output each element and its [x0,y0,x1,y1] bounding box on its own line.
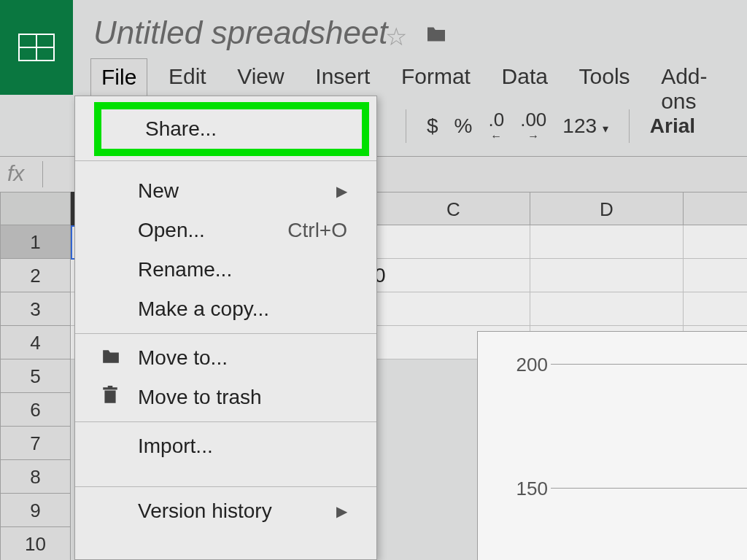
folder-icon[interactable] [425,22,447,49]
fx-separator [42,161,43,187]
chevron-right-icon: ▶ [336,182,347,200]
file-menu-open[interactable]: Open... Ctrl+O [75,211,376,250]
row-header-3[interactable]: 3 [0,292,71,326]
file-menu-rename[interactable]: Rename... [75,250,376,289]
font-family-selector[interactable]: Arial [650,114,695,138]
app-logo[interactable] [0,0,73,95]
row-header-1[interactable]: 1 [0,225,71,259]
chevron-down-icon: ▾ [603,122,608,135]
menu-separator [75,333,376,334]
column-header-c[interactable]: C [377,192,530,225]
row-headers-col: 1 2 3 4 5 6 7 8 9 10 [0,225,71,560]
embedded-chart[interactable]: 200 150 [477,331,747,560]
row-header-7[interactable]: 7 [0,427,71,460]
row-header-4[interactable]: 4 [0,326,71,359]
row-header-2[interactable]: 2 [0,259,71,292]
file-menu-dropdown: Share... New ▶ Open... Ctrl+O Rename... … [74,96,377,560]
row-header-10[interactable]: 10 [0,527,71,560]
cell-e3[interactable] [684,292,747,326]
menu-separator [75,486,376,487]
file-menu-move-to-trash[interactable]: Move to trash [75,378,376,417]
fx-label: fx [7,161,24,186]
chart-plot-area [551,354,747,560]
trash-icon [101,386,119,410]
shortcut-label: Ctrl+O [287,219,347,242]
row-header-9[interactable]: 9 [0,494,71,527]
select-all-cell[interactable] [0,192,71,225]
toolbar-separator [629,109,630,143]
file-menu-move-to[interactable]: Move to... [75,338,376,378]
cell-c3[interactable] [377,292,530,326]
cell-c2[interactable] [377,259,530,292]
increase-decimal-button[interactable]: .00 → [520,110,546,142]
file-menu-make-copy[interactable]: Make a copy... [75,289,376,329]
row-header-8[interactable]: 8 [0,460,71,494]
chart-ytick-150: 150 [513,478,548,500]
file-menu-import[interactable]: Import... [75,427,376,466]
column-header-d[interactable]: D [530,192,684,225]
chart-ytick-200: 200 [513,354,548,376]
folder-icon [101,346,120,370]
chevron-right-icon: ▶ [336,502,347,520]
menu-separator [75,160,376,161]
file-menu-new[interactable]: New ▶ [75,171,376,211]
decrease-decimal-button[interactable]: .0 ← [488,110,504,142]
cell-c1[interactable] [377,225,530,259]
file-menu-share[interactable]: Share... [101,109,362,149]
menu-separator [75,421,376,422]
row-header-5[interactable]: 5 [0,359,71,393]
number-format-button[interactable]: 123 ▾ [562,114,608,138]
share-highlight-frame: Share... [94,102,369,156]
sheets-icon [18,34,55,61]
file-menu-version-history[interactable]: Version history ▶ [75,491,376,531]
row-header-6[interactable]: 6 [0,393,71,427]
cell-d1[interactable] [530,225,684,259]
cell-d2[interactable] [530,259,684,292]
currency-button[interactable]: $ [427,114,438,138]
star-icon[interactable]: ☆ [385,22,407,51]
toolbar-separator [406,109,406,143]
cell-e1[interactable] [684,225,747,259]
document-title[interactable]: Untitled spreadsheet [93,15,388,51]
cell-d3[interactable] [530,292,684,326]
percent-button[interactable]: % [454,114,473,138]
cell-e2[interactable] [684,259,747,292]
chart-gridline [551,364,747,365]
chart-gridline [551,488,747,489]
toolbar: $ % .0 ← .00 → 123 ▾ Arial [401,109,695,143]
column-header-e[interactable]: E [684,192,747,225]
